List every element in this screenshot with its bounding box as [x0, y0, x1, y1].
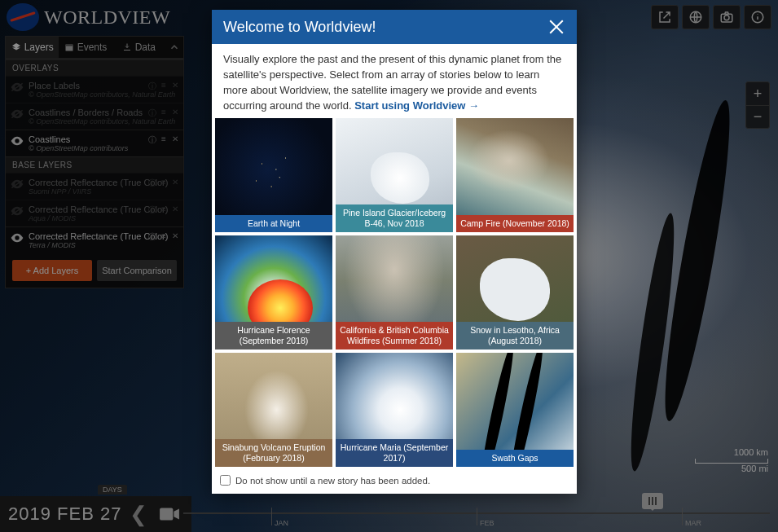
story-tile[interactable]: Camp Fire (November 2018)	[456, 118, 574, 232]
do-not-show-row[interactable]: Do not show until a new story has been a…	[212, 470, 577, 494]
story-caption: Hurricane Maria (September 2017)	[336, 439, 453, 467]
story-tile[interactable]: California & British Columbia Wildfires …	[336, 235, 453, 350]
story-caption: Earth at Night	[215, 215, 332, 232]
story-caption: California & British Columbia Wildfires …	[336, 322, 453, 350]
modal-body: Visually explore the past and the presen…	[212, 44, 577, 118]
start-using-link[interactable]: Start using Worldview →	[354, 99, 479, 112]
story-caption: Sinabung Volcano Eruption (February 2018…	[215, 439, 332, 467]
story-caption: Camp Fire (November 2018)	[456, 215, 574, 232]
story-tile[interactable]: Snow in Lesotho, Africa (August 2018)	[456, 235, 574, 350]
modal-close-button[interactable]	[547, 18, 565, 36]
story-tile[interactable]: Earth at Night	[215, 118, 332, 232]
story-tile[interactable]: Hurricane Maria (September 2017)	[336, 353, 453, 467]
story-tile[interactable]: Sinabung Volcano Eruption (February 2018…	[215, 353, 332, 467]
modal-header: Welcome to Worldview!	[212, 10, 577, 44]
story-tile[interactable]: Swath Gaps	[456, 353, 574, 467]
stories-grid: Earth at NightPine Island Glacier/Iceber…	[212, 118, 577, 470]
story-caption: Pine Island Glacier/Iceberg B-46, Nov 20…	[336, 204, 453, 232]
modal-title: Welcome to Worldview!	[223, 19, 376, 36]
welcome-modal: Welcome to Worldview! Visually explore t…	[212, 10, 577, 494]
do-not-show-checkbox[interactable]	[220, 475, 231, 486]
story-tile[interactable]: Hurricane Florence (September 2018)	[215, 235, 332, 350]
story-caption: Hurricane Florence (September 2018)	[215, 322, 332, 350]
story-caption: Snow in Lesotho, Africa (August 2018)	[456, 322, 574, 350]
story-caption: Swath Gaps	[456, 450, 574, 467]
story-tile[interactable]: Pine Island Glacier/Iceberg B-46, Nov 20…	[336, 118, 453, 232]
do-not-show-label: Do not show until a new story has been a…	[235, 476, 430, 486]
